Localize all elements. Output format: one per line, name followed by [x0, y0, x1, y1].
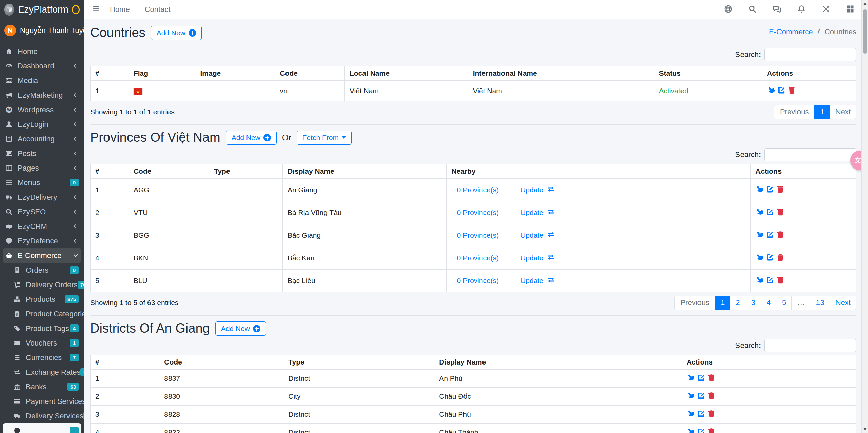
user-panel[interactable]: N Nguyễn Thanh Tuyền — [0, 19, 84, 42]
sidebar-item-e-commerce[interactable]: E-Commerce — [3, 248, 81, 263]
sidebar-item-ezymarketing[interactable]: EzyMarketing — [3, 88, 81, 102]
navbar-bell-button[interactable] — [797, 5, 806, 15]
sidebar-item-delivery-orders[interactable]: Delivery Orders70 — [3, 277, 81, 292]
sidebar-item-product-categories[interactable]: Product Categories60 — [3, 307, 81, 321]
add-new-province-button[interactable]: Add New — [226, 131, 277, 145]
page-button-next[interactable]: Next — [830, 105, 856, 119]
sidebar-item-ezydelivery[interactable]: EzyDelivery — [3, 190, 81, 204]
sidebar-item-delivery-services[interactable]: Delivery Services2 — [3, 409, 81, 423]
page-button-4[interactable]: 4 — [761, 296, 776, 310]
scroll-up-arrow-icon[interactable] — [863, 3, 867, 5]
upgrade-arrow-icon[interactable] — [72, 5, 80, 14]
delete-button[interactable] — [708, 428, 715, 433]
activate-button[interactable] — [755, 276, 763, 284]
sidebar-item-partial[interactable] — [3, 423, 81, 433]
sidebar-item-media[interactable]: Media — [3, 73, 81, 88]
update-nearby-link[interactable]: Update — [520, 208, 555, 217]
sidebar-item-ezydefence[interactable]: EzyDefence — [3, 234, 81, 248]
sidebar-item-ezyseo[interactable]: EzySEO — [3, 204, 81, 219]
sidebar-item-posts[interactable]: Posts — [3, 146, 81, 161]
update-nearby-link[interactable]: Update — [520, 253, 555, 263]
delete-button[interactable] — [776, 253, 784, 261]
sidebar-item-wordpress[interactable]: WWordpress — [3, 102, 81, 117]
sidebar-item-home[interactable]: Home — [3, 44, 81, 59]
province-count-link[interactable]: 0 Province(s) — [457, 231, 499, 239]
page-button-previous[interactable]: Previous — [674, 296, 715, 310]
province-count-link[interactable]: 0 Province(s) — [457, 254, 499, 262]
sidebar-item-products[interactable]: Products875 — [3, 292, 81, 307]
activate-button[interactable] — [687, 392, 694, 399]
update-nearby-link[interactable]: Update — [520, 276, 555, 286]
edit-button[interactable] — [766, 208, 774, 216]
delete-button[interactable] — [776, 276, 784, 284]
sidebar-item-ezycrm[interactable]: EzyCRM — [3, 219, 81, 234]
navbar-grid-button[interactable] — [846, 5, 854, 15]
edit-button[interactable] — [697, 410, 705, 417]
page-button-ellipsis[interactable]: … — [791, 296, 810, 310]
sidebar-item-dashboard[interactable]: Dashboard — [3, 59, 81, 73]
delete-button[interactable] — [776, 231, 784, 238]
sidebar-item-vouchers[interactable]: Vouchers1 — [3, 336, 81, 350]
page-button-5[interactable]: 5 — [776, 296, 792, 310]
page-button-next[interactable]: Next — [830, 296, 856, 310]
page-button-13[interactable]: 13 — [810, 296, 830, 310]
navbar-globe-button[interactable] — [724, 5, 732, 15]
delete-button[interactable] — [776, 185, 784, 193]
delete-button[interactable] — [708, 374, 715, 381]
districts-search-input[interactable] — [764, 339, 856, 352]
update-nearby-link[interactable]: Update — [520, 185, 555, 195]
sidebar-item-banks[interactable]: Banks63 — [3, 379, 81, 394]
countries-search-input[interactable] — [764, 48, 856, 61]
provinces-search-input[interactable] — [764, 148, 856, 161]
sidebar-item-currencies[interactable]: Currencies7 — [3, 350, 81, 365]
scroll-down-arrow-icon[interactable] — [863, 428, 867, 430]
breadcrumb-ecommerce-link[interactable]: E-Commerce — [769, 27, 813, 36]
page-button-previous[interactable]: Previous — [774, 105, 815, 119]
sidebar-item-product-tags[interactable]: Product Tags4 — [3, 321, 81, 336]
sidebar-item-orders[interactable]: Orders0 — [3, 263, 81, 277]
sidebar-item-pages[interactable]: Pages — [3, 161, 81, 175]
activate-button[interactable] — [755, 185, 763, 193]
activate-button[interactable] — [687, 410, 694, 417]
navbar-expand-button[interactable] — [822, 5, 830, 15]
edit-button[interactable] — [697, 374, 705, 381]
page-button-2[interactable]: 2 — [730, 296, 746, 310]
update-nearby-link[interactable]: Update — [520, 231, 555, 240]
edit-button[interactable] — [697, 428, 705, 433]
sidebar-item-payment-services[interactable]: Payment Services0 — [3, 394, 81, 409]
navbar-search-button[interactable] — [748, 5, 757, 15]
delete-button[interactable] — [708, 410, 715, 417]
province-count-link[interactable]: 0 Province(s) — [457, 186, 499, 194]
sidebar-item-accounting[interactable]: Accounting — [3, 132, 81, 146]
scrollbar[interactable] — [861, 0, 868, 433]
add-new-district-button[interactable]: Add New — [215, 321, 266, 336]
delete-button[interactable] — [776, 208, 784, 216]
sidebar-item-ezylogin[interactable]: EzyLogin — [3, 117, 81, 132]
province-count-link[interactable]: 0 Province(s) — [457, 277, 499, 284]
activate-button[interactable] — [755, 253, 763, 261]
navbar-chat-button[interactable] — [773, 5, 781, 15]
edit-button[interactable] — [766, 276, 774, 284]
edit-button[interactable] — [766, 231, 774, 238]
page-button-1[interactable]: 1 — [814, 105, 830, 119]
edit-button[interactable] — [697, 392, 705, 399]
activate-button[interactable] — [687, 374, 694, 381]
activate-button[interactable] — [755, 208, 763, 216]
nav-link-home[interactable]: Home — [110, 5, 130, 14]
edit-button[interactable] — [766, 253, 774, 261]
fetch-from-dropdown-button[interactable]: Fetch From — [297, 131, 352, 145]
sidebar-item-menus[interactable]: Menus0 — [3, 175, 81, 190]
menu-toggle-button[interactable] — [92, 5, 100, 14]
edit-button[interactable] — [777, 86, 785, 94]
page-button-1[interactable]: 1 — [715, 296, 730, 310]
activate-button[interactable] — [755, 231, 763, 238]
add-new-country-button[interactable]: Add New — [151, 26, 202, 40]
province-count-link[interactable]: 0 Province(s) — [457, 209, 499, 216]
activate-button[interactable] — [767, 86, 775, 94]
scrollbar-thumb[interactable] — [863, 9, 867, 54]
page-button-3[interactable]: 3 — [746, 296, 761, 310]
sidebar-item-exchange-rates[interactable]: Exchange Rates0 — [3, 365, 81, 379]
delete-button[interactable] — [788, 86, 796, 94]
edit-button[interactable] — [766, 185, 774, 193]
delete-button[interactable] — [708, 392, 715, 399]
